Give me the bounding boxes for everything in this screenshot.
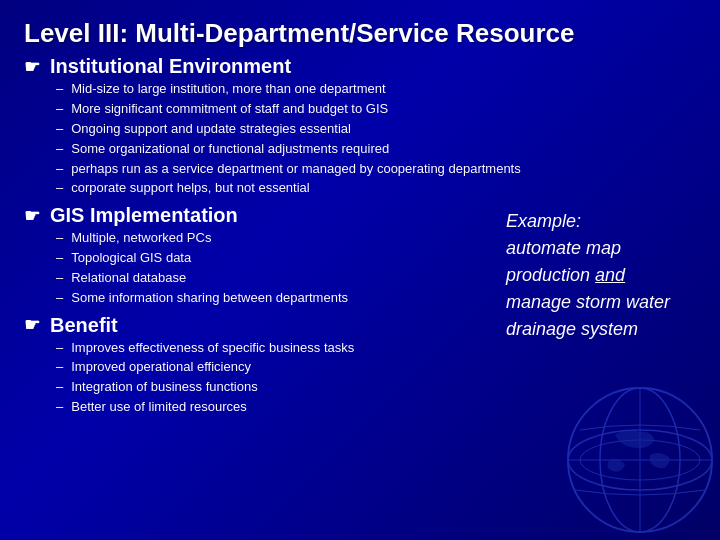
item-text: Mid-size to large institution, more than… xyxy=(71,80,385,99)
list-item: – Topological GIS data xyxy=(56,249,506,268)
example-line1: automate map xyxy=(506,238,621,258)
slide-title: Level III: Multi-Department/Service Reso… xyxy=(24,18,696,49)
example-content: Example: automate map production and man… xyxy=(506,208,670,343)
section1-title: Institutional Environment xyxy=(50,55,291,78)
dash: – xyxy=(56,339,63,358)
dash: – xyxy=(56,289,63,308)
list-item: – perhaps run as a service department or… xyxy=(56,160,696,179)
dash: – xyxy=(56,179,63,198)
dash: – xyxy=(56,269,63,288)
dash: – xyxy=(56,140,63,159)
item-text: Topological GIS data xyxy=(71,249,191,268)
slide: Level III: Multi-Department/Service Reso… xyxy=(0,0,720,540)
dash: – xyxy=(56,378,63,397)
list-item: – More significant commitment of staff a… xyxy=(56,100,696,119)
list-item: – Relational database xyxy=(56,269,506,288)
item-text: Some information sharing between departm… xyxy=(71,289,348,308)
list-item: – Multiple, networked PCs xyxy=(56,229,506,248)
example-line2: production xyxy=(506,265,590,285)
globe-watermark xyxy=(560,380,720,540)
section2-title: GIS Implementation xyxy=(50,204,238,227)
list-item: – Some information sharing between depar… xyxy=(56,289,506,308)
item-text: Some organizational or functional adjust… xyxy=(71,140,389,159)
item-text: perhaps run as a service department or m… xyxy=(71,160,520,179)
section-institutional: ☛ Institutional Environment – Mid-size t… xyxy=(24,55,696,198)
section3-header: ☛ Benefit xyxy=(24,314,506,337)
list-item: – Integration of business functions xyxy=(56,378,506,397)
section1-header: ☛ Institutional Environment xyxy=(24,55,696,78)
gis-benefit-left: ☛ GIS Implementation – Multiple, network… xyxy=(24,204,506,423)
item-text: corporate support helps, but not essenti… xyxy=(71,179,309,198)
section3-list: – Improves effectiveness of specific bus… xyxy=(56,339,506,417)
item-text: Improved operational efficiency xyxy=(71,358,251,377)
list-item: – Ongoing support and update strategies … xyxy=(56,120,696,139)
section3-bullet: ☛ xyxy=(24,314,40,336)
item-text: Ongoing support and update strategies es… xyxy=(71,120,351,139)
section-benefit: ☛ Benefit – Improves effectiveness of sp… xyxy=(24,314,506,417)
dash: – xyxy=(56,229,63,248)
section-gis: ☛ GIS Implementation – Multiple, network… xyxy=(24,204,506,307)
section2-list: – Multiple, networked PCs – Topological … xyxy=(56,229,506,307)
example-line2-underlined: and xyxy=(595,265,625,285)
section2-bullet: ☛ xyxy=(24,205,40,227)
dash: – xyxy=(56,249,63,268)
list-item: – Some organizational or functional adju… xyxy=(56,140,696,159)
dash: – xyxy=(56,100,63,119)
list-item: – Improved operational efficiency xyxy=(56,358,506,377)
list-item: – corporate support helps, but not essen… xyxy=(56,179,696,198)
section1-bullet: ☛ xyxy=(24,56,40,78)
item-text: Improves effectiveness of specific busin… xyxy=(71,339,354,358)
example-line4: drainage system xyxy=(506,319,638,339)
item-text: Multiple, networked PCs xyxy=(71,229,211,248)
dash: – xyxy=(56,120,63,139)
dash: – xyxy=(56,80,63,99)
section1-list: – Mid-size to large institution, more th… xyxy=(56,80,696,198)
section2-header: ☛ GIS Implementation xyxy=(24,204,506,227)
dash: – xyxy=(56,160,63,179)
list-item: – Improves effectiveness of specific bus… xyxy=(56,339,506,358)
list-item: – Mid-size to large institution, more th… xyxy=(56,80,696,99)
example-label: Example: xyxy=(506,211,581,231)
dash: – xyxy=(56,358,63,377)
example-line3: manage storm water xyxy=(506,292,670,312)
item-text: Relational database xyxy=(71,269,186,288)
dash: – xyxy=(56,398,63,417)
item-text: Integration of business functions xyxy=(71,378,257,397)
list-item: – Better use of limited resources xyxy=(56,398,506,417)
item-text: More significant commitment of staff and… xyxy=(71,100,388,119)
section3-title: Benefit xyxy=(50,314,118,337)
item-text: Better use of limited resources xyxy=(71,398,247,417)
